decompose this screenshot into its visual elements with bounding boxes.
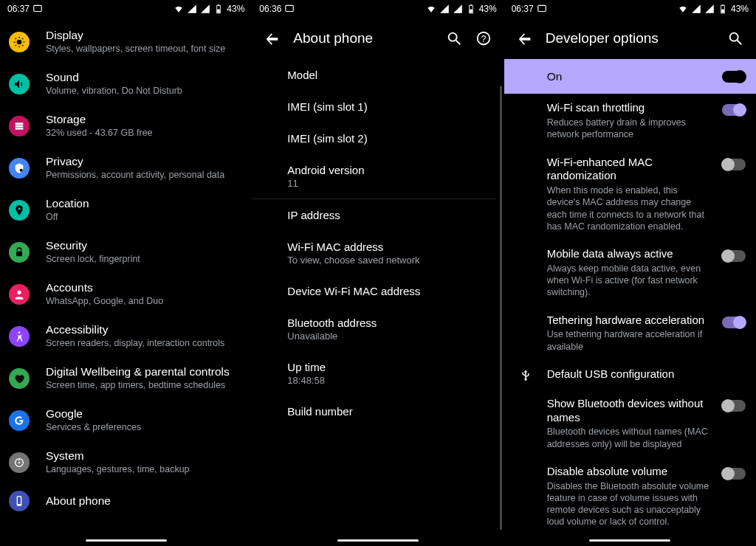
toggle-switch[interactable] xyxy=(722,317,746,328)
system-icon xyxy=(9,452,30,473)
settings-item-accounts[interactable]: Accounts WhatsApp, Google, and Duo xyxy=(0,273,252,315)
settings-item-system[interactable]: System Languages, gestures, time, backup xyxy=(0,441,252,483)
appbar: About phone xyxy=(252,18,504,59)
wifi-icon xyxy=(173,4,184,14)
about-item[interactable]: IMEI (sim slot 1) xyxy=(287,91,495,122)
item-title: Security xyxy=(46,238,140,252)
settings-item-security[interactable]: Security Screen lock, fingerprint xyxy=(0,231,252,273)
item-subtitle: Permissions, account activity, personal … xyxy=(46,170,224,182)
item-subtitle: 11 xyxy=(287,178,495,189)
settings-item-location[interactable]: Location Off xyxy=(0,189,252,231)
item-subtitle: Disables the Bluetooth absolute volume f… xyxy=(547,480,713,528)
back-button[interactable] xyxy=(510,24,540,53)
item-title: Default USB configuration xyxy=(547,367,738,381)
location-icon xyxy=(9,200,30,221)
dev-option-row[interactable]: Wi-Fi-enhanced MAC randomization When th… xyxy=(504,148,756,241)
dev-option-row[interactable]: Mobile data always active Always keep mo… xyxy=(504,240,756,306)
item-subtitle: Languages, gestures, time, backup xyxy=(46,464,190,476)
gesture-nav-bar[interactable] xyxy=(337,539,419,542)
item-subtitle: Volume, vibration, Do Not Disturb xyxy=(46,86,182,97)
dev-option-row[interactable]: Tethering hardware acceleration Use teth… xyxy=(504,306,756,360)
item-subtitle: When this mode is enabled, this device's… xyxy=(547,184,713,232)
accounts-icon xyxy=(9,284,30,305)
scrollbar[interactable] xyxy=(500,86,502,530)
item-title: Location xyxy=(46,196,89,210)
battery-percent: 43% xyxy=(479,4,497,14)
toggle-switch[interactable] xyxy=(722,250,746,262)
help-button[interactable] xyxy=(469,24,498,53)
item-subtitle: Screen time, app timers, bedtime schedul… xyxy=(46,380,230,392)
settings-item-wellbeing[interactable]: Digital Wellbeing & parental controls Sc… xyxy=(0,357,252,399)
toggle-switch[interactable] xyxy=(722,468,746,480)
item-subtitle: Styles, wallpapers, screen timeout, font… xyxy=(46,44,225,55)
settings-item-sound[interactable]: Sound Volume, vibration, Do Not Disturb xyxy=(0,63,252,105)
item-subtitle: 18:48:58 xyxy=(287,375,495,386)
appbar: Developer options xyxy=(504,18,756,59)
item-title: Mobile data always active xyxy=(547,247,713,261)
item-title: Wi-Fi scan throttling xyxy=(547,101,713,115)
item-title: Device Wi-Fi MAC address xyxy=(287,285,495,297)
back-button[interactable] xyxy=(258,24,287,53)
item-title: Privacy xyxy=(46,154,224,168)
search-button[interactable] xyxy=(721,24,750,53)
master-toggle-switch[interactable] xyxy=(722,71,746,83)
dev-option-row[interactable]: Show Bluetooth devices without names Blu… xyxy=(504,390,756,457)
item-subtitle: Always keep mobile data active, even whe… xyxy=(547,263,713,299)
item-title: Accessibility xyxy=(46,322,224,336)
item-subtitle: Reduces battery drain & improves network… xyxy=(547,117,713,141)
toggle-switch[interactable] xyxy=(722,104,746,116)
item-subtitle: To view, choose saved network xyxy=(287,255,495,266)
item-title: Google xyxy=(46,407,141,421)
about-item[interactable]: Android version 11 xyxy=(287,154,495,198)
settings-item-about[interactable]: About phone xyxy=(0,483,252,519)
about-item[interactable]: Up time 18:48:58 xyxy=(287,351,495,395)
dev-option-row[interactable]: Wi-Fi scan throttling Reduces battery dr… xyxy=(504,94,756,148)
dev-option-row[interactable]: Disable absolute volume Disables the Blu… xyxy=(504,457,756,536)
item-title: Show Bluetooth devices without names xyxy=(547,397,713,425)
item-title: Model xyxy=(287,69,495,81)
about-item[interactable]: Model xyxy=(287,59,495,91)
item-title: Storage xyxy=(46,112,153,126)
item-title: Wi-Fi-enhanced MAC randomization xyxy=(547,156,713,184)
signal-icon xyxy=(200,4,210,14)
master-toggle-row[interactable]: On xyxy=(504,59,756,94)
item-title: Bluetooth address xyxy=(287,317,495,329)
cast-icon xyxy=(32,4,43,14)
about-item[interactable]: Wi-Fi MAC address To view, choose saved … xyxy=(287,231,495,275)
toggle-switch[interactable] xyxy=(722,400,746,412)
settings-item-privacy[interactable]: Privacy Permissions, account activity, p… xyxy=(0,147,252,189)
about-item[interactable]: IMEI (sim slot 2) xyxy=(287,122,495,154)
status-bar: 06:37 43% xyxy=(504,0,756,18)
settings-item-accessibility[interactable]: Accessibility Screen readers, display, i… xyxy=(0,315,252,357)
dev-option-row[interactable]: Default USB configuration xyxy=(504,360,756,390)
item-title: Tethering hardware acceleration xyxy=(547,314,713,328)
privacy-icon xyxy=(9,158,30,179)
item-title: IMEI (sim slot 1) xyxy=(287,100,495,113)
item-subtitle: Services & preferences xyxy=(46,422,141,434)
status-time: 06:37 xyxy=(7,4,30,14)
item-subtitle: Off xyxy=(46,212,89,224)
settings-item-storage[interactable]: Storage 32% used - 43.67 GB free xyxy=(0,105,252,147)
wifi-icon xyxy=(426,4,436,14)
google-icon xyxy=(9,410,30,431)
about-item[interactable]: Build number xyxy=(287,395,495,427)
about-item[interactable]: Bluetooth address Unavailable xyxy=(287,307,495,351)
gesture-nav-bar[interactable] xyxy=(589,539,670,542)
battery-percent: 43% xyxy=(731,4,749,14)
search-button[interactable] xyxy=(439,24,469,53)
battery-icon xyxy=(718,4,728,14)
toggle-switch[interactable] xyxy=(722,159,746,170)
gesture-nav-bar[interactable] xyxy=(86,539,167,542)
settings-item-google[interactable]: Google Services & preferences xyxy=(0,399,252,441)
page-title: About phone xyxy=(293,30,439,46)
item-subtitle: WhatsApp, Google, and Duo xyxy=(46,296,163,308)
item-title: System xyxy=(46,449,190,463)
settings-item-display[interactable]: Display Styles, wallpapers, screen timeo… xyxy=(0,21,252,63)
item-title: About phone xyxy=(46,494,111,508)
item-title: Disable absolute volume xyxy=(547,465,713,479)
about-item[interactable]: IP address xyxy=(287,199,495,231)
about-item[interactable]: Device Wi-Fi MAC address xyxy=(287,275,495,307)
wifi-icon xyxy=(678,4,688,14)
item-title: Digital Wellbeing & parental controls xyxy=(46,364,230,379)
status-bar: 06:37 43% xyxy=(0,0,252,18)
